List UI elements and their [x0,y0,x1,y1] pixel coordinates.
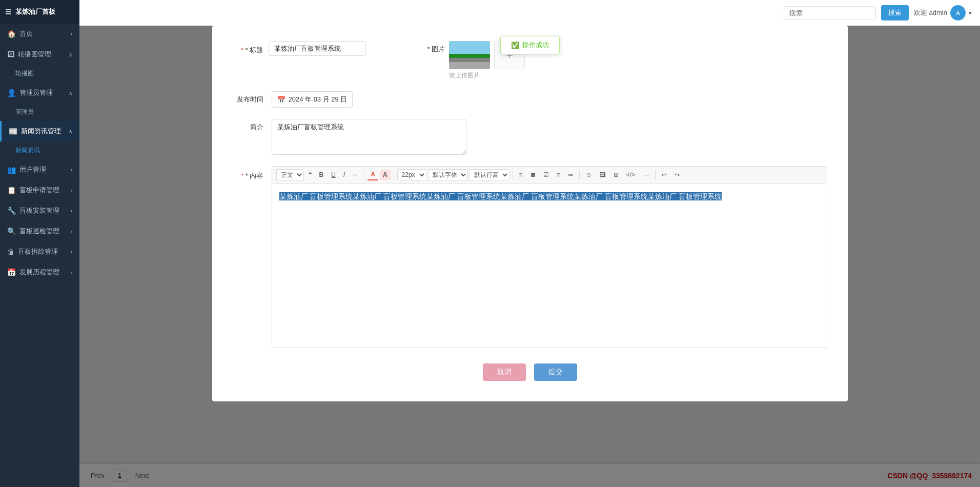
title-input[interactable] [269,41,366,56]
line-height-select[interactable]: 默认行高 [469,169,509,180]
font-size-select[interactable]: 22px [397,169,426,180]
font-color-button[interactable]: A [368,169,378,180]
underline-button[interactable]: U [328,170,339,180]
rich-text-editor: 正文 ❝ B U I ··· A A 22px [272,166,827,348]
quote-button[interactable]: ❝ [305,170,315,180]
calendar-icon: 📅 [277,96,285,104]
success-toast: ✅ 操作成功 [500,36,560,54]
date-label: 发布时间 [233,91,263,104]
sidebar-sub-label: 管理员 [15,108,34,116]
toolbar-divider-4 [579,170,580,179]
welcome-text: 欢迎 admin [914,8,947,17]
more-button[interactable]: ··· [350,170,361,180]
sidebar-item-home[interactable]: 🏠 首页 › [0,24,79,44]
dev-history-icon: 📅 [7,268,16,276]
align-button[interactable]: ≡ [554,170,563,180]
sidebar-item-carousel[interactable]: 🖼 轮播图管理 ∧ [0,44,79,65]
sidebar-item-label: 发展历程管理 [19,268,59,277]
sidebar-item-label: 轮播图管理 [18,50,51,59]
sidebar-item-news-mgmt[interactable]: 📰 新闻资讯管理 ∧ [0,121,79,141]
selected-text: 某炼油厂 盲板管理系统某炼油厂 盲板管理系统某炼油厂 盲板管理系统某炼油厂 盲板… [279,192,722,200]
upload-hint: 请上传图片 [449,71,480,80]
user-info: 欢迎 admin A ▾ [914,5,972,21]
sidebar-sub-item-admin[interactable]: 管理员 [0,103,79,121]
summary-row: 简介 某炼油厂盲板管理系统 [233,119,827,155]
sidebar-item-panel-install[interactable]: 🔧 盲板安装管理 › [0,200,79,221]
chevron-icon: › [71,208,72,214]
submit-button[interactable]: 提交 [534,363,577,381]
date-input[interactable]: 📅 2024 年 03 月 29 日 [272,91,353,108]
admin-icon: 👤 [7,89,16,97]
menu-icon[interactable]: ☰ [5,8,11,16]
ordered-list-button[interactable]: ≣ [527,170,539,180]
redo-button[interactable]: ↪ [671,170,683,180]
sidebar: ☰ 某炼油厂首板 🏠 首页 › 🖼 轮播图管理 ∧ 轮播图 👤 管理员管理 ∧ … [0,0,79,487]
bold-button[interactable]: B [316,170,327,180]
image-preview [449,41,490,69]
toast-icon: ✅ [511,42,519,49]
dialog: * 标题 * 图片 + 请上传图片 [212,26,848,401]
toolbar-divider-3 [513,170,513,179]
chevron-icon: › [71,249,72,255]
task-list-button[interactable]: ☑ [540,170,552,180]
table-button[interactable]: ⊞ [610,170,622,180]
dialog-overlay: ✅ 操作成功 * 标题 * 图片 [79,26,980,487]
app-title: 某炼油厂首板 [15,7,55,16]
chevron-icon: › [71,188,72,193]
main-area: 搜索 欢迎 admin A ▾ ✅ 操作成功 * 标题 [79,0,980,487]
panel-install-icon: 🔧 [7,207,16,215]
chevron-icon: ∧ [69,90,72,96]
toolbar-divider-1 [364,170,364,179]
search-input[interactable] [784,6,876,20]
dropdown-icon[interactable]: ▾ [969,10,972,16]
toolbar-divider-5 [655,170,656,179]
toolbar-divider-2 [394,170,394,179]
undo-button[interactable]: ↩ [659,170,670,180]
sidebar-sub-item-carousel[interactable]: 轮播图 [0,65,79,83]
emoji-button[interactable]: ☺ [583,170,595,180]
font-family-select[interactable]: 默认字体 [428,169,468,180]
carousel-icon: 🖼 [7,50,14,58]
sidebar-item-label: 盲板安装管理 [19,206,59,215]
chevron-icon: ∧ [69,52,72,57]
toast-message: 操作成功 [522,40,549,50]
date-row: 发布时间 📅 2024 年 03 月 29 日 [233,91,827,108]
style-select[interactable]: 正文 [276,169,304,180]
editor-toolbar: 正文 ❝ B U I ··· A A 22px [272,167,827,184]
image-insert-button[interactable]: 🖼 [597,170,609,180]
date-value: 2024 年 03 月 29 日 [289,95,348,104]
title-label: * 标题 [233,42,263,55]
sidebar-item-label: 用户管理 [19,165,46,174]
sidebar-sub-item-news[interactable]: 新闻资讯 [0,141,79,159]
home-icon: 🏠 [7,30,16,38]
indent-button[interactable]: ⇒ [565,170,576,180]
sidebar-item-label: 新闻资讯管理 [21,127,61,136]
editor-content-area[interactable]: 某炼油厂 盲板管理系统某炼油厂 盲板管理系统某炼油厂 盲板管理系统某炼油厂 盲板… [272,184,827,348]
sidebar-sub-label: 新闻资讯 [15,146,40,155]
italic-button[interactable]: I [340,170,348,180]
news-icon: 📰 [9,127,17,135]
sidebar-item-panel-apply[interactable]: 📋 盲板申请管理 › [0,180,79,200]
sidebar-menu: 🏠 首页 › 🖼 轮播图管理 ∧ 轮播图 👤 管理员管理 ∧ 管理员 📰 新闻资… [0,24,79,487]
sidebar-item-panel-inspect[interactable]: 🔍 盲板巡检管理 › [0,221,79,241]
sidebar-item-admin-mgmt[interactable]: 👤 管理员管理 ∧ [0,83,79,103]
sidebar-item-label: 盲板巡检管理 [19,227,59,236]
sidebar-item-label: 首页 [19,29,33,38]
cancel-button[interactable]: 取消 [483,363,526,381]
sidebar-item-panel-remove[interactable]: 🗑 盲板拆除管理 › [0,241,79,262]
title-section: * 标题 [233,41,366,56]
bg-color-button[interactable]: A [380,170,391,180]
search-button[interactable]: 搜索 [881,5,909,21]
unordered-list-button[interactable]: ≡ [516,170,526,180]
summary-label: 简介 [233,119,263,132]
sidebar-item-user-mgmt[interactable]: 👥 用户管理 › [0,159,79,180]
image-label: * 图片 [427,41,445,54]
divider-button[interactable]: — [640,170,652,180]
sidebar-item-label: 盲板拆除管理 [18,247,58,256]
sidebar-header: ☰ 某炼油厂首板 [0,0,79,24]
summary-textarea[interactable]: 某炼油厂盲板管理系统 [272,119,466,155]
code-button[interactable]: </> [623,170,638,180]
chevron-icon: › [71,31,72,37]
user-icon: 👥 [7,166,16,174]
sidebar-item-dev-history[interactable]: 📅 发展历程管理 › [0,262,79,282]
